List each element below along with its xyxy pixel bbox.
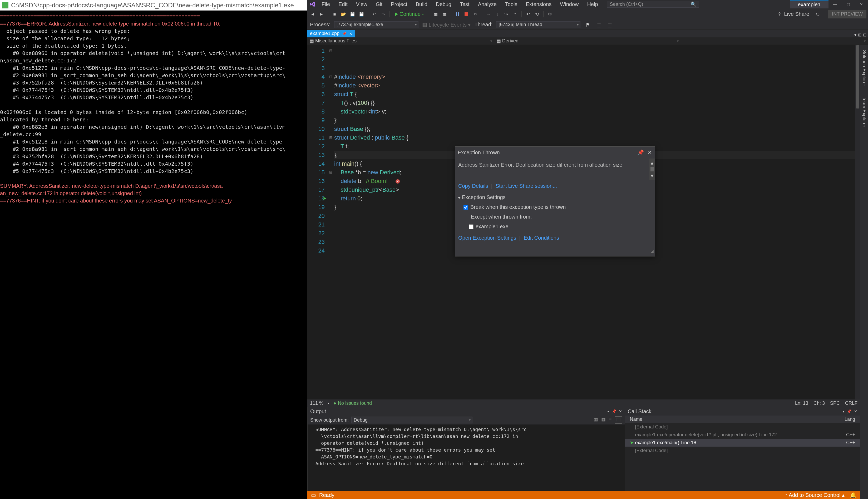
menu-debug[interactable]: Debug (432, 0, 455, 9)
new-horizontal-group-button[interactable]: ⊞ (858, 33, 861, 37)
output-toggle-icon[interactable]: ⬚ (615, 416, 622, 424)
output-pin-icon[interactable]: 📌 (612, 409, 616, 413)
search-box[interactable]: Search (Ctrl+Q) 🔍 (607, 1, 699, 8)
callstack-row[interactable]: ➤ example1.exe!main() Line 18 C++ (625, 439, 860, 447)
add-source-control-button[interactable]: ↑ Add to Source Control ▴ (785, 492, 845, 498)
except-from-checkbox[interactable]: example1.exe (469, 221, 651, 232)
menu-analyze[interactable]: Analyze (474, 0, 500, 9)
side-tab-solution-explorer[interactable]: Solution Explorer (861, 47, 867, 89)
menu-build[interactable]: Build (412, 0, 431, 9)
exception-pin-icon[interactable]: 📌 (637, 148, 644, 157)
callstack-columns[interactable]: Name Lang (625, 415, 860, 423)
flag-thread-button[interactable]: ⚑ (584, 21, 591, 28)
break-on-throw-input[interactable] (464, 205, 468, 210)
undo-button[interactable]: ↶ (370, 11, 378, 18)
break-all-button[interactable] (454, 11, 461, 18)
eol-indicator[interactable]: CRLF (845, 401, 857, 406)
stack-frame-button[interactable]: ⬚ (595, 21, 602, 28)
close-tab-icon[interactable]: ✕ (349, 32, 352, 36)
nav-fwd-button[interactable]: ► (318, 11, 325, 18)
open-exception-settings-link[interactable]: Open Exception Settings (458, 235, 516, 241)
thread-combo[interactable]: [67436] Main Thread (496, 21, 580, 28)
callstack-close-icon[interactable]: ✕ (854, 409, 857, 413)
indent-indicator[interactable]: SPC (830, 401, 840, 406)
output-text[interactable]: SUMMARY: AddressSanitizer: new-delete-ty… (308, 425, 625, 491)
hot-reload-button[interactable]: ⚙ (546, 11, 553, 18)
menu-project[interactable]: Project (387, 0, 411, 9)
menu-file[interactable]: File (318, 0, 334, 9)
exception-scrollbar[interactable]: ▴▾ (649, 159, 655, 180)
live-share-button[interactable]: ⇪ Live Share ☺ (774, 11, 824, 17)
output-find-icon[interactable]: ▦ (601, 416, 606, 424)
console-titlebar[interactable]: C:\MSDN\cpp-docs-pr\docs\c-language\ASAN… (0, 0, 307, 11)
step-into-button[interactable]: ↓ (493, 11, 501, 18)
breakpoints-window-button[interactable]: ▦ (432, 11, 439, 18)
menu-window[interactable]: Window (556, 0, 582, 9)
break-on-throw-checkbox[interactable]: Break when this exception type is thrown (464, 202, 651, 212)
side-tab-team-explorer[interactable]: Team Explorer (861, 94, 867, 130)
menu-extensions[interactable]: Extensions (522, 0, 555, 9)
save-button[interactable]: 💾 (349, 11, 356, 18)
output-clear-icon[interactable]: ▦ (594, 416, 598, 424)
nav-project-combo[interactable]: ▦ Miscellaneous Files (307, 37, 494, 45)
nav-back-button[interactable]: ◄ (309, 11, 316, 18)
save-all-button[interactable]: 💾 (358, 11, 365, 18)
callstack-dropdown-icon[interactable]: ▾ (842, 409, 844, 413)
close-button[interactable]: ✕ (855, 0, 868, 9)
new-item-button[interactable]: ▣ (331, 11, 338, 18)
step-out-button[interactable]: ↑ (511, 11, 519, 18)
show-next-statement-button[interactable]: → (485, 11, 492, 18)
open-file-button[interactable]: 📂 (340, 11, 347, 18)
minimize-button[interactable]: ― (829, 0, 842, 9)
step-backward-over-button[interactable]: ⟲ (533, 11, 541, 18)
menu-tools[interactable]: Tools (501, 0, 521, 9)
redo-button[interactable]: ↷ (379, 11, 387, 18)
zoom-level[interactable]: 111 % (310, 401, 323, 406)
except-from-input[interactable] (469, 224, 474, 229)
callstack-body[interactable]: [External Code] example1.exe!operator de… (625, 423, 860, 491)
pin-icon[interactable]: 📌 (342, 32, 346, 36)
edit-conditions-link[interactable]: Edit Conditions (524, 235, 559, 241)
editor-scrollbar[interactable] (855, 45, 860, 400)
fold-gutter[interactable]: ⊟⊟⊟⊟ (328, 45, 333, 400)
lifecycle-events-button[interactable]: ▦ Lifecycle Events ▾ (422, 22, 471, 28)
menu-git[interactable]: Git (372, 0, 386, 9)
maximize-button[interactable]: ▢ (842, 0, 855, 9)
restart-button[interactable]: ⟳ (472, 11, 479, 18)
menu-edit[interactable]: Edit (335, 0, 351, 9)
copy-details-link[interactable]: Copy Details (458, 183, 488, 189)
tab-dropdown-button[interactable]: ▾ (854, 33, 856, 37)
char-indicator[interactable]: Ch: 3 (814, 401, 825, 406)
process-combo[interactable]: [77376] example1.exe (334, 21, 418, 28)
nav-scope-combo[interactable]: ▦ Derived (494, 37, 681, 45)
console-output[interactable]: ========================================… (0, 11, 307, 499)
code-editor[interactable]: 123456789101112131415161718192021222324 … (307, 45, 860, 400)
callstack-row[interactable]: [External Code] (625, 423, 860, 431)
preview-tab-button[interactable]: ⊟ (863, 33, 866, 37)
continue-button[interactable]: Continue ▾ (392, 11, 426, 17)
menu-view[interactable]: View (352, 0, 371, 9)
vs-titlebar[interactable]: FileEditViewGitProjectBuildDebugTestAnal… (307, 0, 868, 9)
resize-grip-icon[interactable]: ◢ (455, 247, 655, 256)
show-threads-button[interactable]: ⬚ (606, 21, 614, 28)
exception-close-icon[interactable]: ✕ (648, 148, 652, 157)
output-source-combo[interactable]: Debug (351, 417, 473, 423)
exception-settings-header[interactable]: Exception Settings (462, 194, 506, 200)
feedback-icon[interactable]: ☺ (815, 11, 820, 17)
file-tab-example1[interactable]: example1.cpp 📌 ✕ (307, 30, 355, 37)
notifications-icon[interactable]: 🔔 (850, 492, 856, 498)
solution-name-tab[interactable]: example1 (790, 0, 829, 9)
error-icon[interactable]: ✕ (395, 179, 400, 184)
callstack-pin-icon[interactable]: 📌 (847, 409, 852, 413)
nav-member-combo[interactable] (681, 37, 868, 45)
callstack-row[interactable]: example1.exe!operator delete(void * ptr,… (625, 431, 860, 439)
step-back-button[interactable]: ↶ (524, 11, 532, 18)
line-indicator[interactable]: Ln: 13 (795, 401, 808, 406)
start-live-share-link[interactable]: Start Live Share session... (496, 183, 557, 189)
output-close-icon[interactable]: ✕ (619, 409, 622, 413)
step-over-button[interactable]: ↷ (502, 11, 510, 18)
output-dropdown-icon[interactable]: ▾ (607, 409, 609, 413)
diagnostics-button[interactable]: ▦ (441, 11, 448, 18)
menu-test[interactable]: Test (456, 0, 473, 9)
stop-debug-button[interactable] (463, 11, 470, 18)
